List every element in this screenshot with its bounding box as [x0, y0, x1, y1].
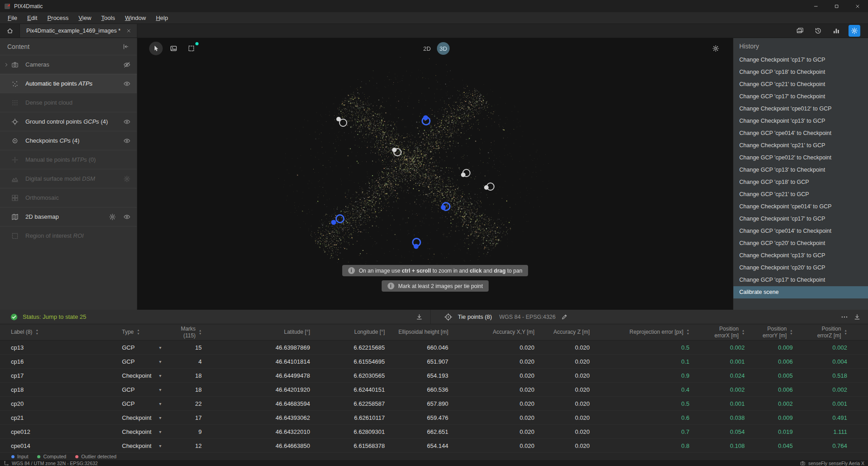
history-item[interactable]: Change GCP 'cpe014' to Checkpoint — [733, 127, 868, 139]
table-row-cp17[interactable]: cp17 Checkpoint▾ 18 46.64499478 6.620305… — [0, 369, 868, 383]
maximize-button[interactable] — [826, 0, 847, 12]
table-row-cpe014[interactable]: cpe014 Checkpoint▾ 12 46.64663850 6.6156… — [0, 439, 868, 453]
type-select[interactable]: Checkpoint▾ — [122, 442, 165, 449]
minimize-button[interactable] — [805, 0, 826, 12]
type-select[interactable]: Checkpoint▾ — [122, 428, 165, 435]
history-item[interactable]: Change GCP 'cp17' to Checkpoint — [733, 91, 868, 103]
edit-crs-button[interactable] — [561, 314, 567, 320]
export-button[interactable] — [853, 313, 861, 321]
history-item[interactable]: Change GCP 'cpe014' to Checkpoint — [733, 225, 868, 237]
cell-longitude: 6.61554695 — [310, 358, 385, 365]
table-row-cp13[interactable]: cp13 GCP▾ 15 46.63987869 6.62215685 660.… — [0, 341, 868, 355]
menu-view[interactable]: View — [73, 12, 96, 24]
sidebar-item-region-of-interest[interactable]: Region of interest ROI — [0, 226, 137, 245]
history-panel-button[interactable] — [809, 24, 827, 38]
history-item[interactable]: Change GCP 'cp18' to Checkpoint — [733, 66, 868, 78]
history-item[interactable]: Change GCP 'cpe012' to Checkpoint — [733, 152, 868, 164]
column-header-reprojection-error-px[interactable]: Reprojection error [px] ▲▼ — [590, 329, 689, 335]
history-item[interactable]: Change Checkpoint 'cp21' to GCP — [733, 139, 868, 152]
cell-reprojection-error: 0.7 — [590, 428, 689, 435]
cell-ellipsoidal-height: 657.890 — [385, 400, 448, 407]
sidebar-item-checkpoints[interactable]: Checkpoints CPs (4) — [0, 131, 137, 150]
view-2d-button[interactable]: 2D — [421, 42, 433, 55]
select-tool-button[interactable] — [149, 42, 163, 55]
sidebar-item-2d-basemap[interactable]: 2D basemap — [0, 207, 137, 226]
basemap-icon — [11, 213, 19, 221]
table-row-cpe012[interactable]: cpe012 Checkpoint▾ 9 46.64322010 6.62809… — [0, 425, 868, 439]
sidebar-item-ground-control-points[interactable]: Ground control points GCPs (4) — [0, 112, 137, 131]
settings-button[interactable] — [849, 25, 860, 37]
project-tab[interactable]: Pix4Dmatic_example_1469_images * — [20, 24, 137, 38]
menu-help[interactable]: Help — [151, 12, 173, 24]
history-item[interactable]: Change Checkpoint 'cp13' to GCP — [733, 115, 868, 127]
more-options-button[interactable] — [841, 313, 848, 321]
table-row-cp21[interactable]: cp21 Checkpoint▾ 17 46.64393062 6.626101… — [0, 411, 868, 425]
hint-zoom-pan-text: On an image use ctrl + scroll to zoom in… — [359, 268, 523, 274]
sidebar-item-automatic-tie-points[interactable]: Automatic tie points ATPs — [0, 74, 137, 93]
history-item[interactable]: Calibrate scene — [733, 286, 868, 298]
home-button[interactable] — [0, 24, 20, 38]
marking-view-button[interactable] — [167, 42, 180, 55]
history-item[interactable]: Change GCP 'cp17' to Checkpoint — [733, 274, 868, 286]
dense-cloud-icon — [11, 99, 19, 106]
column-header-position[interactable]: PositionerrorY [m] ▲▼ — [745, 326, 793, 339]
type-select[interactable]: GCP▾ — [122, 358, 165, 365]
viewport-settings-button[interactable] — [712, 45, 719, 52]
tab-close-icon[interactable] — [126, 28, 131, 34]
images-view-button[interactable] — [791, 24, 809, 38]
history-item[interactable]: Change GCP 'cp21' to Checkpoint — [733, 78, 868, 91]
history-item[interactable]: Change GCP 'cp18' to GCP — [733, 176, 868, 188]
eye-off-icon[interactable] — [123, 61, 131, 68]
history-item[interactable]: Change GCP 'cp20' to Checkpoint — [733, 237, 868, 250]
quality-report-button[interactable] — [827, 24, 845, 38]
collapse-sidebar-button[interactable] — [122, 43, 130, 50]
column-header-marks[interactable]: Marks(115) ▲▼ — [165, 326, 202, 339]
sidebar-item-orthomosaic[interactable]: Orthomosaic — [0, 188, 137, 207]
eye-icon[interactable] — [123, 137, 131, 144]
column-header-position[interactable]: PositionerrorZ [m] ▲▼ — [793, 326, 847, 339]
clipping-box-button[interactable] — [184, 42, 198, 55]
menu-window[interactable]: Window — [120, 12, 151, 24]
type-select[interactable]: GCP▾ — [122, 344, 165, 351]
type-select[interactable]: Checkpoint▾ — [122, 372, 165, 379]
history-item[interactable]: Change Checkpoint 'cpe014' to GCP — [733, 201, 868, 213]
history-item[interactable]: Change Checkpoint 'cp13' to GCP — [733, 250, 868, 262]
history-item[interactable]: Change Checkpoint 'cpe012' to GCP — [733, 103, 868, 115]
eye-icon[interactable] — [123, 80, 131, 87]
menu-process[interactable]: Process — [42, 12, 73, 24]
history-item[interactable]: Change Checkpoint 'cp17' to GCP — [733, 213, 868, 225]
expand-chevron-icon[interactable] — [4, 62, 11, 67]
type-select[interactable]: GCP▾ — [122, 386, 165, 393]
menu-tools[interactable]: Tools — [96, 12, 120, 24]
cell-position-error-y: 0.006 — [745, 358, 793, 365]
history-item[interactable]: Change Checkpoint 'cp20' to GCP — [733, 262, 868, 274]
column-header-type[interactable]: Type ▲▼ — [122, 329, 165, 335]
sidebar-item-dense-point-cloud[interactable]: Dense point cloud — [0, 93, 137, 112]
view-3d-button[interactable]: 3D — [437, 42, 450, 55]
table-row-cp20[interactable]: cp20 GCP▾ 22 46.64683594 6.62258587 657.… — [0, 397, 868, 411]
history-item[interactable]: Change GCP 'cp21' to GCP — [733, 188, 868, 201]
gear-icon[interactable] — [123, 175, 131, 183]
column-header-position[interactable]: PositionerrorX [m] ▲▼ — [689, 326, 745, 339]
column-header-label-8[interactable]: Label (8) ▲▼ — [11, 329, 122, 335]
sidebar-item-manual-tie-points[interactable]: Manual tie points MTPs (0) — [0, 150, 137, 169]
close-button[interactable] — [847, 0, 868, 12]
history-item[interactable]: Change Checkpoint 'cp17' to GCP — [733, 54, 868, 66]
type-select[interactable]: Checkpoint▾ — [122, 414, 165, 421]
gear-icon[interactable] — [109, 213, 116, 221]
table-row-cp18[interactable]: cp18 GCP▾ 18 46.64201920 6.62440151 660.… — [0, 383, 868, 397]
eye-icon[interactable] — [123, 213, 131, 221]
cell-position-error-y: 0.006 — [745, 386, 793, 393]
table-row-cp16[interactable]: cp16 GCP▾ 4 46.64101814 6.61554695 651.9… — [0, 355, 868, 369]
menu-file[interactable]: File — [3, 12, 22, 24]
chevron-down-icon: ▾ — [159, 443, 161, 448]
type-select[interactable]: GCP▾ — [122, 400, 165, 407]
menu-edit[interactable]: Edit — [22, 12, 42, 24]
jump-to-latest-button[interactable] — [416, 313, 423, 321]
sidebar-item-cameras[interactable]: Cameras — [0, 55, 137, 74]
eye-icon[interactable] — [123, 118, 131, 125]
history-title: History — [733, 38, 868, 54]
tool-status-dot — [195, 42, 199, 45]
history-item[interactable]: Change GCP 'cp13' to Checkpoint — [733, 164, 868, 176]
sidebar-item-digital-surface-model[interactable]: Digital surface model DSM — [0, 169, 137, 188]
